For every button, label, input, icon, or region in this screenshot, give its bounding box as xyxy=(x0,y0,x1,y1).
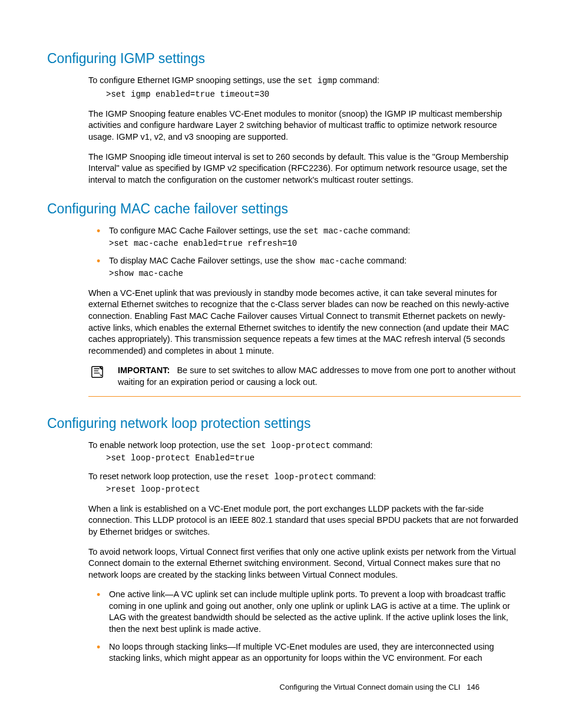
igmp-intro-cmd: set igmp xyxy=(297,76,337,85)
mac-b2-tail: command: xyxy=(365,256,407,265)
loop-bullet-list: One active link—A VC uplink set can incl… xyxy=(88,589,521,664)
mac-b1-cmd: set mac-cache xyxy=(303,226,368,236)
mac-b1-tail: command: xyxy=(368,226,411,235)
mac-b1-text: To configure MAC Cache Failover settings… xyxy=(109,226,303,235)
loop-paragraph-2: To avoid network loops, Virtual Connect … xyxy=(88,546,521,581)
important-icon xyxy=(88,365,114,388)
heading-igmp: Configuring IGMP settings xyxy=(47,50,521,68)
loop-intro1: To enable network loop protection, use t… xyxy=(88,440,521,452)
mac-b1-code: >set mac-cache enabled=true refresh=10 xyxy=(109,238,521,249)
loop-intro2: To reset network loop protection, use th… xyxy=(88,471,521,483)
mac-bullet-2: To display MAC Cache Failover settings, … xyxy=(88,255,521,279)
igmp-intro-tail: command: xyxy=(337,75,379,85)
igmp-intro-text: To configure Ethernet IGMP snooping sett… xyxy=(88,75,297,85)
mac-b2-text: To display MAC Cache Failover settings, … xyxy=(109,256,295,265)
loop-cmd2: >reset loop-protect xyxy=(106,484,521,495)
mac-b2-cmd: show mac-cache xyxy=(295,256,365,266)
footer-text: Configuring the Virtual Connect domain u… xyxy=(280,683,461,691)
important-text-block: IMPORTANT: Be sure to set switches to al… xyxy=(114,365,521,388)
heading-loop: Configuring network loop protection sett… xyxy=(47,414,521,433)
loop-intro1-text: To enable network loop protection, use t… xyxy=(88,440,251,450)
important-label: IMPORTANT: xyxy=(118,365,170,375)
heading-mac: Configuring MAC cache failover settings xyxy=(47,200,521,218)
loop-intro2-text: To reset network loop protection, use th… xyxy=(88,472,244,481)
igmp-command: >set igmp enabled=true timeout=30 xyxy=(106,89,521,100)
loop-intro1-tail: command: xyxy=(330,440,373,450)
important-body: Be sure to set switches to allow MAC add… xyxy=(118,365,515,387)
important-callout: IMPORTANT: Be sure to set switches to al… xyxy=(88,365,521,397)
document-page: Configuring IGMP settings To configure E… xyxy=(47,50,521,719)
page-footer: Configuring the Virtual Connect domain u… xyxy=(280,682,480,693)
igmp-paragraph-1: The IGMP Snooping feature enables VC-Ene… xyxy=(88,108,521,143)
mac-b2-code: >show mac-cache xyxy=(109,268,521,279)
loop-bullet-1: One active link—A VC uplink set can incl… xyxy=(88,589,521,635)
loop-intro2-cmd: reset loop-protect xyxy=(244,472,333,482)
loop-intro2-tail: command: xyxy=(333,472,376,481)
mac-bullet-list: To configure MAC Cache Failover settings… xyxy=(88,225,521,279)
loop-bullet-2: No loops through stacking links—If multi… xyxy=(88,641,521,664)
loop-intro1-cmd: set loop-protect xyxy=(251,441,330,450)
footer-page: 146 xyxy=(467,683,480,691)
igmp-paragraph-2: The IGMP Snooping idle timeout interval … xyxy=(88,151,521,186)
mac-paragraph-1: When a VC-Enet uplink that was previousl… xyxy=(88,288,521,357)
loop-cmd1: >set loop-protect Enabled=true xyxy=(106,453,521,464)
loop-paragraph-1: When a link is established on a VC-Enet … xyxy=(88,503,521,538)
igmp-intro: To configure Ethernet IGMP snooping sett… xyxy=(88,75,521,87)
mac-bullet-1: To configure MAC Cache Failover settings… xyxy=(88,225,521,249)
